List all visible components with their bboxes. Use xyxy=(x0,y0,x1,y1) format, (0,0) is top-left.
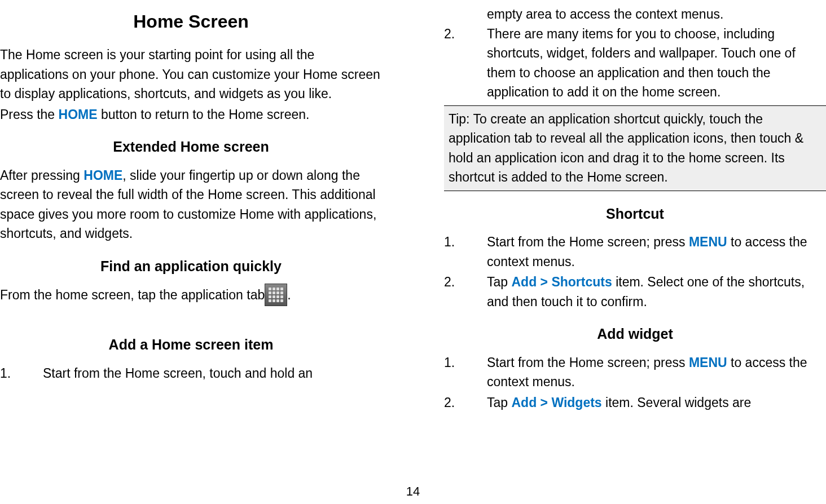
ordered-list-shortcut: Start from the Home screen; press MENU t… xyxy=(444,232,826,311)
heading-add-widget: Add widget xyxy=(444,324,826,345)
list-text: Start from the Home screen; press MENU t… xyxy=(487,232,826,271)
heading-extended: Extended Home screen xyxy=(0,136,382,158)
heading-home-screen: Home Screen xyxy=(0,8,382,35)
highlight-add-shortcuts: Add > Shortcuts xyxy=(511,275,612,289)
page-number: 14 xyxy=(0,482,826,504)
list-item: Tap Add > Shortcuts item. Select one of … xyxy=(444,272,826,311)
paragraph-find-app: From the home screen, tap the applicatio… xyxy=(0,285,382,307)
tip-box: Tip: To create an application shortcut q… xyxy=(444,105,826,191)
text-pre: Start from the Home screen; press xyxy=(487,235,689,249)
list-item: Start from the Home screen; press MENU t… xyxy=(444,353,826,392)
right-column: empty area to access the context menus. … xyxy=(444,0,826,482)
text-pre: Tap xyxy=(487,395,511,410)
list-text: Start from the Home screen, touch and ho… xyxy=(43,364,313,383)
text-pre: Start from the Home screen; press xyxy=(487,355,689,370)
ordered-list-add-item-cont: There are many items for you to choose, … xyxy=(444,24,826,102)
spacer xyxy=(0,308,382,322)
highlight-menu-2: MENU xyxy=(689,355,727,370)
paragraph-intro: The Home screen is your starting point f… xyxy=(0,45,382,104)
highlight-home: HOME xyxy=(59,107,98,122)
heading-find-app: Find an application quickly xyxy=(0,256,382,277)
list-item: Tap Add > Widgets item. Several widgets … xyxy=(444,393,826,413)
ordered-list-add-item: Start from the Home screen, touch and ho… xyxy=(0,364,382,383)
text-post: . xyxy=(287,288,291,302)
left-column: Home Screen The Home screen is your star… xyxy=(0,0,388,482)
list-item: Start from the Home screen; press MENU t… xyxy=(444,232,826,271)
text-pre: From the home screen, tap the applicatio… xyxy=(0,288,265,302)
text-post: button to return to the Home screen. xyxy=(98,107,310,122)
text-post: item. Several widgets are xyxy=(602,395,752,410)
paragraph-extended: After pressing HOME, slide your fingerti… xyxy=(0,166,382,244)
ordered-list-widget: Start from the Home screen; press MENU t… xyxy=(444,353,826,413)
paragraph-press-home: Press the HOME button to return to the H… xyxy=(0,105,382,125)
list-item: Start from the Home screen, touch and ho… xyxy=(0,364,382,383)
document-body: Home Screen The Home screen is your star… xyxy=(0,0,826,482)
list-text: Tap Add > Shortcuts item. Select one of … xyxy=(487,272,826,311)
list-text: Start from the Home screen; press MENU t… xyxy=(487,353,826,392)
text-pre: After pressing xyxy=(0,168,84,183)
highlight-add-widgets: Add > Widgets xyxy=(511,395,601,410)
list-text: There are many items for you to choose, … xyxy=(487,24,826,102)
text-pre: Tap xyxy=(487,275,511,289)
heading-shortcut: Shortcut xyxy=(444,204,826,225)
list-item: There are many items for you to choose, … xyxy=(444,24,826,102)
app-tab-icon xyxy=(265,284,287,306)
list-continuation: empty area to access the context menus. xyxy=(444,5,826,24)
heading-add-item: Add a Home screen item xyxy=(0,334,382,356)
highlight-menu: MENU xyxy=(689,235,727,249)
text-pre: Press the xyxy=(0,107,59,122)
highlight-home-2: HOME xyxy=(84,168,122,183)
list-text: Tap Add > Widgets item. Several widgets … xyxy=(487,393,751,413)
